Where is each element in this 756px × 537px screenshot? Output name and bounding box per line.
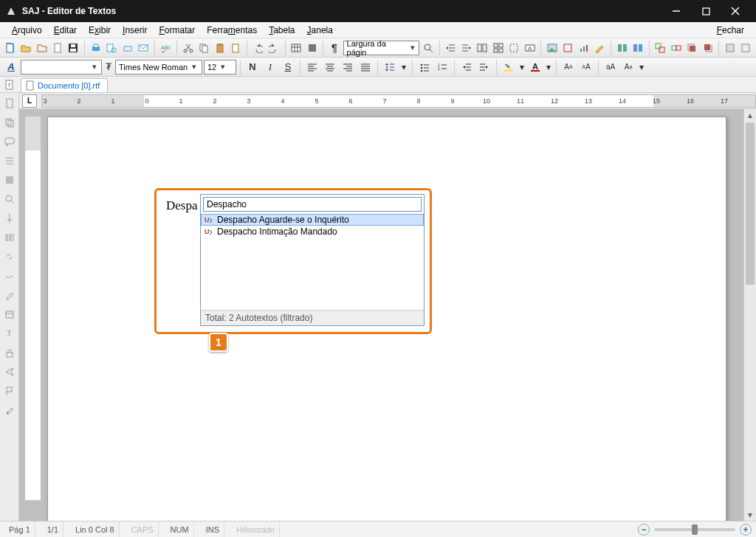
document-scroll-area[interactable]: Despa Despacho UDespacho Aguarde-se o In… (19, 109, 756, 521)
page[interactable]: Despa Despacho UDespacho Aguarde-se o In… (47, 117, 726, 521)
side-pin-icon[interactable] (2, 211, 17, 226)
side-lock-icon[interactable] (2, 345, 17, 360)
status-caps[interactable]: CAPS (127, 522, 159, 537)
autotext-icon[interactable]: T (3, 79, 16, 91)
font-dropdown[interactable]: Times New Roman ▾ (115, 60, 202, 75)
print-icon[interactable] (89, 40, 103, 56)
subscript-icon[interactable]: Aa (620, 59, 636, 75)
align-center-icon[interactable] (322, 59, 338, 75)
side-link-icon[interactable] (2, 249, 17, 264)
line-spacing-icon[interactable] (382, 59, 398, 75)
zoom-slider[interactable] (654, 528, 735, 531)
grow-font-icon[interactable]: AA (560, 59, 577, 75)
menu-editar[interactable]: Editar (48, 24, 83, 37)
decrease-indent-icon[interactable] (458, 59, 475, 75)
menu-ferramentas[interactable]: Ferramentas (201, 24, 263, 37)
scroll-thumb[interactable] (746, 122, 755, 285)
menu-fechar[interactable]: Fechar (711, 24, 750, 37)
side-list-icon[interactable] (2, 153, 17, 168)
bring-front-icon[interactable] (685, 40, 699, 56)
style-dropdown[interactable]: ▾ (21, 60, 102, 75)
line-spacing-dd-icon[interactable]: ▾ (399, 59, 408, 75)
side-search-icon[interactable] (2, 192, 17, 207)
image-icon[interactable] (545, 40, 559, 56)
columns-icon[interactable] (475, 40, 489, 56)
menu-exibir[interactable]: Exibir (83, 24, 117, 37)
shrink-font-icon[interactable]: AA (578, 59, 594, 75)
object-icon[interactable] (561, 40, 575, 56)
table-insert-icon[interactable] (289, 40, 303, 56)
align-justify-icon[interactable] (357, 59, 374, 75)
align-left-obj-icon[interactable] (615, 40, 629, 56)
menu-inserir[interactable]: Inserir (117, 24, 153, 37)
chart-icon[interactable] (577, 40, 591, 56)
side-edit-icon[interactable] (2, 288, 17, 302)
menu-tabela[interactable]: Tabela (263, 24, 300, 37)
menu-janela[interactable]: Janela (301, 24, 339, 37)
increase-indent-icon[interactable] (476, 59, 492, 75)
menu-arquivo[interactable]: Arquivo (6, 24, 48, 37)
group-icon[interactable] (653, 40, 667, 56)
hide-chars-icon[interactable]: ¶ (327, 40, 341, 56)
zoom-in-button[interactable]: + (740, 524, 752, 536)
ungroup-icon[interactable] (669, 40, 683, 56)
vertical-ruler[interactable] (25, 117, 41, 500)
textbox-icon[interactable]: A (523, 40, 537, 56)
tool-extra2-icon[interactable] (739, 40, 753, 56)
spellcheck-icon[interactable]: ABC (159, 40, 173, 56)
font-color-icon[interactable]: A (527, 59, 543, 75)
format-style-icon[interactable]: A (3, 59, 19, 75)
side-flag-icon[interactable] (2, 384, 17, 398)
side-brush-icon[interactable] (2, 403, 17, 418)
align-center-obj-icon[interactable] (630, 40, 645, 56)
open-icon[interactable] (18, 40, 32, 56)
ruler-origin-button[interactable]: L (22, 94, 37, 108)
paste-icon[interactable] (213, 40, 227, 56)
status-num[interactable]: NUM (166, 522, 194, 537)
highlight-dd-icon[interactable]: ▾ (518, 59, 526, 75)
indent-right-icon[interactable] (459, 40, 473, 56)
grid-icon[interactable] (491, 40, 505, 56)
copy-icon[interactable] (196, 40, 210, 56)
scroll-down-icon[interactable]: ▾ (744, 509, 756, 521)
align-right-icon[interactable] (340, 59, 356, 75)
side-block-icon[interactable] (2, 173, 17, 187)
side-text-icon[interactable]: T (2, 326, 17, 341)
frame-icon[interactable] (507, 40, 521, 56)
undo-icon[interactable] (251, 40, 265, 56)
align-left-icon[interactable] (304, 59, 320, 75)
superscript-icon[interactable]: ▾ (638, 59, 645, 75)
autocomplete-item[interactable]: UDespacho Aguarde-se o Inquérito (201, 214, 424, 226)
close-button[interactable] (721, 0, 750, 22)
font-color-dd-icon[interactable]: ▾ (545, 59, 552, 75)
side-barcode-icon[interactable] (2, 230, 17, 245)
zoom-dropdown[interactable]: Largura da págin ▾ (343, 41, 420, 55)
side-copy-icon[interactable] (2, 115, 17, 130)
side-send-icon[interactable] (2, 364, 17, 379)
shape-icon[interactable] (305, 40, 319, 56)
folder-icon[interactable] (35, 40, 49, 56)
print-direct-icon[interactable] (120, 40, 134, 56)
zoom-lens-icon[interactable] (421, 40, 435, 56)
tab-document[interactable]: Documento [0].rtf (21, 78, 108, 92)
maximize-button[interactable] (691, 0, 721, 22)
cut-icon[interactable] (181, 40, 195, 56)
minimize-button[interactable] (662, 0, 691, 22)
print-preview-icon[interactable] (105, 40, 119, 56)
numbering-icon[interactable]: 12 (434, 59, 450, 75)
scroll-up-icon[interactable]: ▴ (744, 109, 756, 121)
bullets-icon[interactable] (416, 59, 433, 75)
side-doc-icon[interactable] (2, 96, 17, 111)
zoom-out-button[interactable]: − (638, 524, 650, 536)
italic-button[interactable]: I (262, 59, 278, 75)
side-date-icon[interactable] (2, 307, 17, 322)
indent-left-icon[interactable] (444, 40, 458, 56)
doc-icon[interactable] (50, 40, 64, 56)
autocomplete-item[interactable]: UDespacho Intimação Mandado (201, 226, 424, 238)
highlight-icon[interactable] (501, 59, 517, 75)
save-icon[interactable] (66, 40, 80, 56)
tool-extra1-icon[interactable] (723, 40, 737, 56)
autocomplete-input[interactable]: Despacho (203, 197, 422, 212)
status-ins[interactable]: INS (202, 522, 224, 537)
horizontal-ruler[interactable]: 3210123456789101112131415161718 (41, 94, 756, 108)
